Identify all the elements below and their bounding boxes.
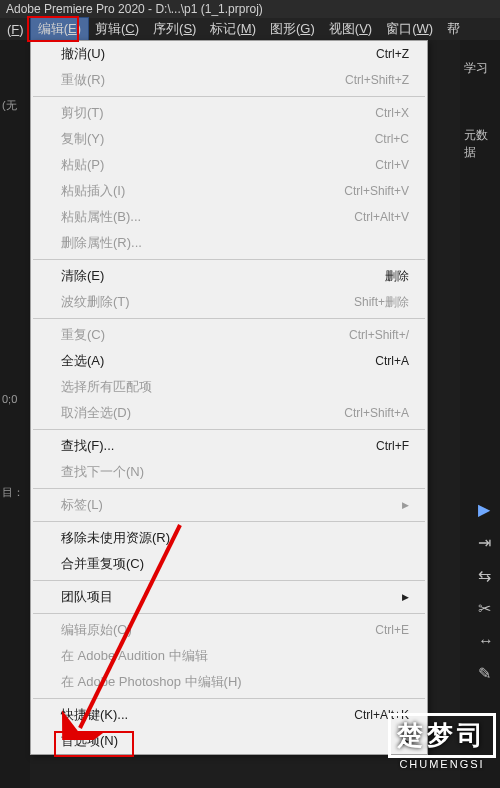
menu-item-label: 撤消(U)	[61, 45, 105, 63]
tab-learn[interactable]: 学习	[460, 50, 500, 87]
menu-item-shortcut: Ctrl+Shift+A	[344, 406, 409, 420]
menu-item[interactable]: 查找(F)...Ctrl+F	[31, 433, 427, 459]
project-label: 目：	[0, 475, 30, 510]
menu-item[interactable]: 移除未使用资源(R)	[31, 525, 427, 551]
menu-item: 剪切(T)Ctrl+X	[31, 100, 427, 126]
menu-item: 重复(C)Ctrl+Shift+/	[31, 322, 427, 348]
menu-item: 粘贴属性(B)...Ctrl+Alt+V	[31, 204, 427, 230]
menu-item: 粘贴插入(I)Ctrl+Shift+V	[31, 178, 427, 204]
menu-item-label: 重复(C)	[61, 326, 105, 344]
menu-item-shortcut: Ctrl+V	[375, 158, 409, 172]
menubar-item-G[interactable]: 图形(G)	[263, 18, 322, 40]
menu-separator	[33, 96, 425, 97]
menu-item-shortcut: Ctrl+Z	[376, 47, 409, 61]
track-select-icon[interactable]: ⇥	[478, 533, 494, 552]
menu-item-label: 清除(E)	[61, 267, 104, 285]
menu-item: 删除属性(R)...	[31, 230, 427, 256]
menu-item: 在 Adobe Audition 中编辑	[31, 643, 427, 669]
selection-tool-icon[interactable]: ▶	[478, 500, 494, 519]
pen-tool-icon[interactable]: ✎	[478, 664, 494, 683]
source-label: (无	[0, 88, 30, 123]
menu-item-label: 合并重复项(C)	[61, 555, 144, 573]
menu-item-label: 重做(R)	[61, 71, 105, 89]
menu-item-label: 粘贴插入(I)	[61, 182, 125, 200]
menu-item-shortcut: Ctrl+Shift+/	[349, 328, 409, 342]
watermark-en: CHUMENGSI	[388, 758, 496, 770]
edit-menu-dropdown: 撤消(U)Ctrl+Z重做(R)Ctrl+Shift+Z剪切(T)Ctrl+X复…	[30, 40, 428, 755]
left-panel: (无 0;0 目：	[0, 40, 30, 788]
menu-item: 波纹删除(T)Shift+删除	[31, 289, 427, 315]
menu-separator	[33, 698, 425, 699]
menu-item-label: 首选项(N)	[61, 732, 118, 750]
menu-separator	[33, 318, 425, 319]
menu-item-label: 移除未使用资源(R)	[61, 529, 170, 547]
menubar-item-E[interactable]: 编辑(E)	[31, 18, 88, 40]
menu-item[interactable]: 撤消(U)Ctrl+Z	[31, 41, 427, 67]
menu-item-label: 波纹删除(T)	[61, 293, 130, 311]
menu-item-shortcut: 删除	[385, 268, 409, 285]
menu-item-shortcut: Ctrl+Shift+Z	[345, 73, 409, 87]
menu-item[interactable]: 清除(E)删除	[31, 263, 427, 289]
menu-item-shortcut: Ctrl+C	[375, 132, 409, 146]
menu-item-shortcut: Ctrl+Shift+V	[344, 184, 409, 198]
menu-item: 粘贴(P)Ctrl+V	[31, 152, 427, 178]
watermark: 楚梦司 CHUMENGSI	[388, 713, 496, 770]
menu-item: 取消全选(D)Ctrl+Shift+A	[31, 400, 427, 426]
menu-item: 重做(R)Ctrl+Shift+Z	[31, 67, 427, 93]
menu-item-label: 在 Adobe Audition 中编辑	[61, 647, 208, 665]
menu-item-label: 标签(L)	[61, 496, 103, 514]
razor-tool-icon[interactable]: ✂	[478, 599, 494, 618]
menu-item-shortcut: Ctrl+X	[375, 106, 409, 120]
menu-item-label: 全选(A)	[61, 352, 104, 370]
menubar-item-F[interactable]: (F)	[0, 20, 31, 39]
menu-item-label: 粘贴(P)	[61, 156, 104, 174]
menu-item[interactable]: 全选(A)Ctrl+A	[31, 348, 427, 374]
menu-item: 查找下一个(N)	[31, 459, 427, 485]
ripple-edit-icon[interactable]: ⇆	[478, 566, 494, 585]
menu-item: 标签(L)	[31, 492, 427, 518]
menu-item: 选择所有匹配项	[31, 374, 427, 400]
menu-item[interactable]: 首选项(N)	[31, 728, 427, 754]
menu-item-label: 删除属性(R)...	[61, 234, 142, 252]
menu-item: 在 Adobe Photoshop 中编辑(H)	[31, 669, 427, 695]
menu-separator	[33, 613, 425, 614]
menu-item-label: 查找下一个(N)	[61, 463, 144, 481]
menu-item-shortcut: Ctrl+A	[375, 354, 409, 368]
menu-item-label: 剪切(T)	[61, 104, 104, 122]
menu-item: 编辑原始(O)Ctrl+E	[31, 617, 427, 643]
menubar-item-W[interactable]: 窗口(W)	[379, 18, 440, 40]
slip-tool-icon[interactable]: ↔	[478, 632, 494, 650]
watermark-cn: 楚梦司	[388, 713, 496, 758]
menu-item[interactable]: 团队项目	[31, 584, 427, 610]
menu-item-label: 查找(F)...	[61, 437, 114, 455]
menubar-item-S[interactable]: 序列(S)	[146, 18, 203, 40]
menubar-item-C[interactable]: 剪辑(C)	[88, 18, 146, 40]
menu-item-label: 粘贴属性(B)...	[61, 208, 141, 226]
menu-item-shortcut: Ctrl+F	[376, 439, 409, 453]
menu-item-shortcut: Ctrl+Alt+V	[354, 210, 409, 224]
menu-item-label: 选择所有匹配项	[61, 378, 152, 396]
menu-separator	[33, 429, 425, 430]
menu-item-shortcut: Shift+删除	[354, 294, 409, 311]
menu-item-label: 取消全选(D)	[61, 404, 131, 422]
menubar-item-V[interactable]: 视图(V)	[322, 18, 379, 40]
timecode-label: 0;0	[0, 383, 30, 415]
menu-item-shortcut: Ctrl+E	[375, 623, 409, 637]
menu-item[interactable]: 合并重复项(C)	[31, 551, 427, 577]
menu-item-label: 团队项目	[61, 588, 113, 606]
tab-metadata[interactable]: 元数据	[460, 117, 500, 171]
title-bar: Adobe Premiere Pro 2020 - D:\...\p1 (1_1…	[0, 0, 500, 18]
menu-item-label: 在 Adobe Photoshop 中编辑(H)	[61, 673, 242, 691]
menubar-item-M[interactable]: 标记(M)	[203, 18, 263, 40]
menu-item[interactable]: 快捷键(K)...Ctrl+Alt+K	[31, 702, 427, 728]
menu-separator	[33, 521, 425, 522]
menu-bar: (F)编辑(E)剪辑(C)序列(S)标记(M)图形(G)视图(V)窗口(W)帮	[0, 18, 500, 40]
menu-item-label: 快捷键(K)...	[61, 706, 128, 724]
menu-item-label: 编辑原始(O)	[61, 621, 132, 639]
menu-separator	[33, 259, 425, 260]
menu-item-label: 复制(Y)	[61, 130, 104, 148]
menu-separator	[33, 488, 425, 489]
menu-item: 复制(Y)Ctrl+C	[31, 126, 427, 152]
menubar-item-帮[interactable]: 帮	[440, 18, 467, 40]
menu-separator	[33, 580, 425, 581]
